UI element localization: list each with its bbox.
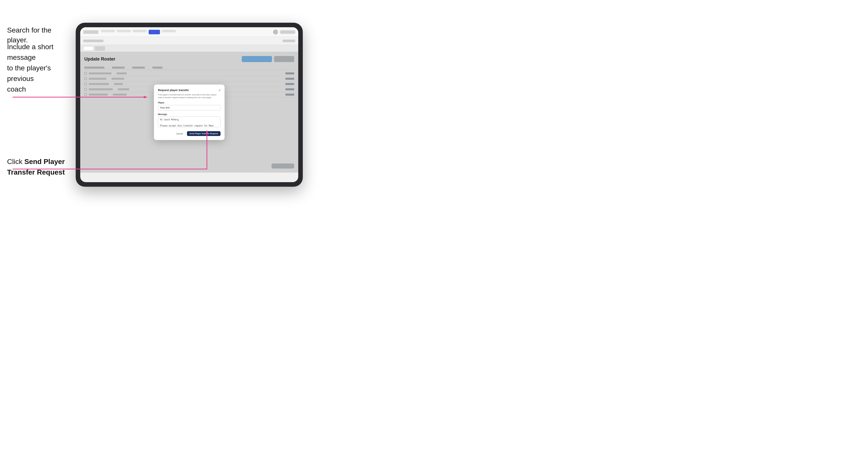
annotation-message: Include a short message to the player's … (7, 42, 70, 95)
player-label: Player (158, 101, 220, 104)
app-logo (83, 30, 98, 34)
tablet-screen: Update Roster (80, 27, 298, 182)
tab-2[interactable] (95, 46, 105, 51)
user-avatar (273, 30, 278, 35)
nav-item-roster[interactable] (149, 30, 160, 34)
modal-title: Request player transfer (158, 89, 189, 92)
action-link (283, 40, 295, 42)
nav-blur-3 (133, 30, 147, 32)
tab-bar (80, 45, 298, 52)
tab-active[interactable] (83, 46, 93, 51)
close-icon[interactable]: × (218, 89, 220, 92)
tablet-frame: Update Roster (76, 23, 303, 187)
header-right (273, 30, 295, 35)
message-textarea[interactable]: Hi Coach McHarg, Please accept this tran… (158, 117, 220, 127)
nav-blur-2 (117, 30, 131, 32)
message-label: Message (158, 113, 220, 116)
modal-overlay: Request player transfer × If the player … (80, 52, 298, 173)
nav-blur-4 (162, 30, 176, 32)
cancel-button[interactable]: Cancel (174, 131, 185, 136)
player-input[interactable] (158, 105, 220, 111)
send-transfer-button[interactable]: Send Player Transfer Request (187, 131, 220, 136)
modal-header: Request player transfer × (158, 89, 220, 92)
transfer-modal: Request player transfer × If the player … (154, 85, 224, 140)
annotation-click: Click Send Player Transfer Request (7, 156, 65, 178)
sub-header (80, 37, 298, 45)
modal-footer: Cancel Send Player Transfer Request (158, 131, 220, 136)
modal-description: If the player is transferring from anoth… (158, 93, 220, 99)
header-btn (280, 30, 295, 34)
nav-blur-1 (101, 30, 115, 32)
nav-items (101, 30, 271, 34)
app-header (80, 27, 298, 37)
breadcrumb (83, 40, 103, 42)
content-area: Update Roster (80, 52, 298, 173)
